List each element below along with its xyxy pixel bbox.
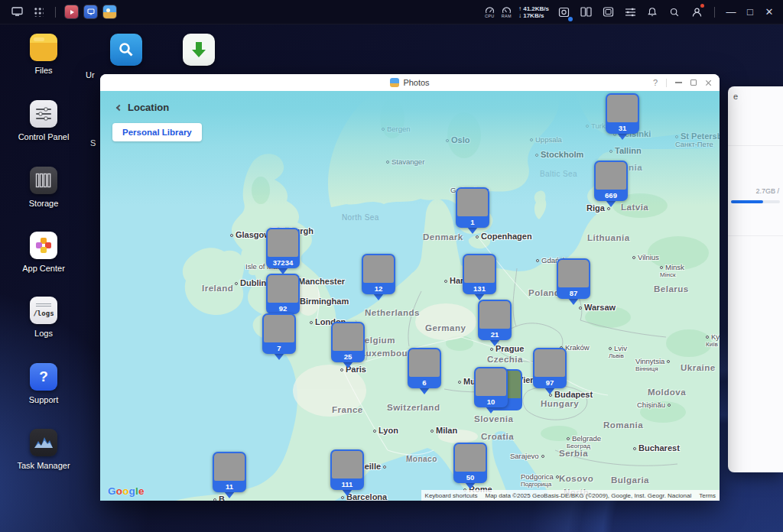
taskbar-separator — [714, 7, 715, 18]
search-icon[interactable] — [667, 5, 682, 20]
bell-icon[interactable] — [645, 5, 660, 20]
page-title: Location — [128, 102, 169, 113]
desktop-icon-files[interactable]: Files — [14, 34, 73, 75]
user-alert-badge — [700, 4, 704, 8]
terms-link[interactable]: Terms — [695, 490, 720, 501]
marker-pointer — [489, 339, 500, 346]
cluster-count: 131 — [464, 283, 495, 294]
cpu-monitor-icon[interactable]: CPU — [485, 6, 495, 18]
progress-fill — [731, 200, 763, 203]
cluster-count: 11 — [214, 481, 245, 492]
photo-cluster-marker[interactable]: 31 — [606, 93, 639, 140]
google-logo-letter: g — [129, 485, 135, 497]
desktop-screen: CPU RAM ↑ 41.2KB/s ↓ 17KB/s — [0, 0, 783, 532]
cpu-label: CPU — [485, 14, 495, 18]
download-arrow-icon — [183, 34, 215, 66]
photo-cluster-marker[interactable]: 50 — [453, 443, 487, 489]
cluster-thumbnail — [558, 260, 589, 287]
photos-titlebar[interactable]: Photos ? — [100, 74, 720, 91]
desktop-icon-storage[interactable]: Storage — [14, 167, 73, 208]
search-app-icon — [110, 34, 142, 66]
cluster-count: 12 — [363, 283, 394, 294]
desktop-icon-label: Logs — [14, 329, 73, 338]
desktop-icon-label: Files — [14, 66, 73, 75]
minimize-button[interactable] — [675, 82, 682, 83]
marker-pointer — [274, 353, 284, 360]
show-desktop-icon[interactable] — [9, 5, 24, 20]
photo-cluster-marker[interactable]: 1 — [456, 187, 489, 234]
ram-label: RAM — [502, 14, 512, 18]
app-launcher-icon[interactable] — [31, 5, 46, 20]
cluster-thumbnail — [268, 229, 298, 257]
close-button[interactable] — [705, 79, 712, 86]
photo-cluster-marker[interactable]: 12 — [362, 254, 395, 300]
desktop-icon-app-center[interactable]: App Center — [14, 232, 73, 273]
photo-cluster-marker[interactable]: 6 — [408, 348, 441, 394]
photo-cluster-marker[interactable]: 97 — [533, 348, 567, 394]
logs-icon-text: /logs — [33, 310, 54, 317]
desktop-icon-search-app[interactable] — [97, 34, 155, 66]
desktop-icon-task-manager[interactable]: Task Manager — [14, 429, 73, 470]
cluster-thumbnail — [409, 349, 440, 377]
marker-pointer — [568, 298, 579, 305]
photo-cluster-marker[interactable]: 111 — [330, 449, 364, 496]
app-center-icon — [30, 232, 57, 259]
photo-cluster-marker[interactable]: 21 — [478, 300, 512, 346]
close-all-button[interactable]: ✕ — [763, 6, 775, 18]
backup-tasks-icon[interactable] — [556, 5, 571, 20]
photo-cluster-marker[interactable]: 7 — [262, 313, 296, 360]
photo-cluster-marker[interactable]: 10 — [474, 367, 508, 414]
device-screen-icon[interactable] — [600, 5, 616, 20]
photo-cluster-marker[interactable]: 669 — [594, 161, 628, 207]
control-panel-icon — [30, 100, 57, 128]
google-logo-letter: G — [108, 485, 116, 497]
desktop-icon-control-panel[interactable]: Control Panel — [14, 100, 73, 141]
maximize-all-button[interactable]: □ — [744, 6, 756, 18]
personal-library-button[interactable]: Personal Library — [112, 123, 202, 141]
cluster-count: 25 — [333, 351, 363, 362]
maximize-button[interactable] — [690, 79, 697, 86]
ram-monitor-icon[interactable]: RAM — [502, 6, 512, 18]
divider — [728, 235, 783, 236]
marker-pointer — [465, 482, 476, 489]
cluster-thumbnail — [333, 323, 363, 351]
cluster-count: 10 — [476, 396, 506, 407]
cluster-thumbnail — [264, 315, 294, 342]
cluster-count: 50 — [455, 472, 486, 483]
user-account-icon[interactable] — [689, 5, 704, 20]
multimedia-app-icon[interactable] — [65, 5, 78, 18]
photos-app-icon[interactable] — [103, 5, 116, 18]
cluster-count: 21 — [479, 329, 510, 340]
back-button[interactable]: Location — [117, 102, 169, 113]
task-manager-icon — [30, 429, 57, 456]
keyboard-shortcuts-link[interactable]: Keyboard shortcuts — [421, 490, 482, 501]
desktop-icon-label: Storage — [14, 199, 73, 208]
background-window[interactable]: e 2.7GB / — [728, 86, 783, 472]
help-button[interactable]: ? — [653, 78, 658, 87]
desktop-icon-support[interactable]: ? Support — [14, 363, 73, 404]
map-canvas[interactable]: BergenOsloStavangerUppsalaStockholmTurku… — [100, 91, 720, 501]
marker-pointer — [343, 362, 353, 368]
photo-cluster-marker[interactable]: 131 — [463, 254, 496, 300]
google-logo[interactable]: Google — [108, 485, 145, 497]
upload-speed: 41.2KB/s — [523, 5, 549, 12]
photo-cluster-marker[interactable]: 25 — [331, 322, 365, 368]
photo-cluster-marker[interactable]: 37234 — [266, 228, 300, 274]
taskbar-separator — [55, 7, 56, 18]
cluster-thumbnail — [363, 255, 394, 283]
photo-cluster-marker[interactable]: 87 — [557, 258, 590, 305]
storage-icon — [30, 167, 57, 194]
panels-icon[interactable] — [578, 5, 593, 20]
marker-pointer — [373, 294, 384, 300]
photos-window-icon — [390, 78, 399, 87]
desktop-icon-logs[interactable]: /logs Logs — [14, 297, 73, 338]
desktop-icon-download-app[interactable] — [170, 34, 228, 66]
remote-app-icon[interactable] — [84, 5, 97, 18]
task-list-icon[interactable] — [622, 5, 638, 20]
support-icon: ? — [30, 363, 57, 391]
photo-cluster-marker[interactable]: 11 — [213, 452, 246, 498]
cluster-thumbnail — [596, 162, 626, 190]
background-window-partial-text: e — [733, 92, 738, 101]
chevron-left-icon — [116, 105, 122, 111]
minimize-all-button[interactable]: — — [725, 6, 737, 18]
